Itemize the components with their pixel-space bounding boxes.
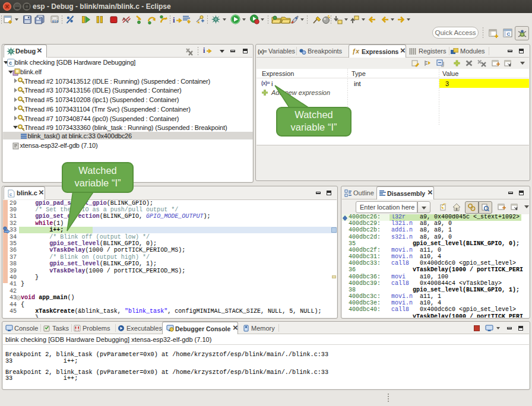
svg-text:c: c: [10, 192, 12, 197]
svg-text:010: 010: [52, 20, 59, 24]
svg-text:c: c: [9, 61, 12, 66]
svg-text:C: C: [507, 31, 511, 37]
